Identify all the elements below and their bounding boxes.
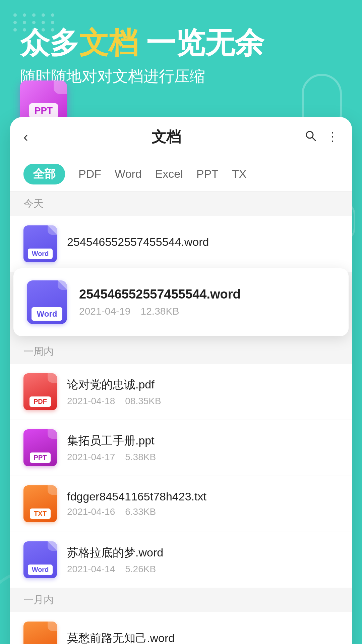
pdf-icon: PDF <box>23 373 57 410</box>
file-meta-week-3: 2021-04-16 6.33KB <box>67 506 339 517</box>
txt-icon: TXT <box>23 485 57 522</box>
file-item-week-2[interactable]: PPT 集拓员工手册.ppt 2021-04-17 5.38KB <box>10 420 352 476</box>
file-meta-week-1: 2021-04-18 08.35KB <box>67 396 339 407</box>
file-name-month-1: 莫愁前路无知己.word <box>67 631 339 644</box>
file-info-week-3: fdgger84541165t78h423.txt 2021-04-16 6.3… <box>67 490 339 517</box>
today-file-list: Word 254546552557455544.word <box>10 216 352 272</box>
tab-ppt[interactable]: PPT <box>196 165 219 183</box>
file-name-week-1: 论对党的忠诚.pdf <box>67 377 339 392</box>
file-name-week-4: 苏格拉底的梦.word <box>67 545 339 560</box>
file-name-week-2: 集拓员工手册.ppt <box>67 433 339 448</box>
file-info-week-4: 苏格拉底的梦.word 2021-04-14 5.26KB <box>67 545 339 575</box>
word-icon-today: Word <box>23 225 57 262</box>
main-card: ‹ 文档 ⋮ 全部 PDF Word Excel PPT TX 今天 <box>10 117 352 644</box>
filter-tabs: 全部 PDF Word Excel PPT TX <box>10 157 352 192</box>
section-month-label: 一月内 <box>10 588 352 612</box>
file-item-month-1[interactable]: TXT 莫愁前路无知己.word <box>10 612 352 644</box>
file-item-highlighted[interactable]: Word 254546552557455544.word 2021-04-19 … <box>13 268 349 336</box>
ppt-icon: PPT <box>23 429 57 466</box>
file-info-week-1: 论对党的忠诚.pdf 2021-04-18 08.35KB <box>67 377 339 407</box>
card-title: 文档 <box>152 127 181 147</box>
file-item-week-1[interactable]: PDF 论对党的忠诚.pdf 2021-04-18 08.35KB <box>10 364 352 420</box>
card-header: ‹ 文档 ⋮ <box>10 117 352 157</box>
file-name-week-3: fdgger84541165t78h423.txt <box>67 490 339 503</box>
file-info-week-2: 集拓员工手册.ppt 2021-04-17 5.38KB <box>67 433 339 463</box>
highlighted-file-meta: 2021-04-19 12.38KB <box>79 306 335 317</box>
file-info-today-1: 254546552557455544.word <box>67 235 339 252</box>
more-icon[interactable]: ⋮ <box>326 130 339 144</box>
file-item-today-1[interactable]: Word 254546552557455544.word <box>10 216 352 272</box>
month-file-list: TXT 莫愁前路无知己.word <box>10 612 352 644</box>
section-week-label: 一周内 <box>10 339 352 364</box>
word-icon-week4: Word <box>23 541 57 578</box>
back-button[interactable]: ‹ <box>23 129 28 145</box>
file-name-today-1: 254546552557455544.word <box>67 235 339 249</box>
svg-line-2 <box>312 137 315 141</box>
tab-all[interactable]: 全部 <box>23 164 65 184</box>
file-item-week-4[interactable]: Word 苏格拉底的梦.word 2021-04-14 5.26KB <box>10 532 352 588</box>
txt-icon-month: TXT <box>23 622 57 644</box>
word-icon-highlighted: Word <box>27 280 67 324</box>
week-file-list: PDF 论对党的忠诚.pdf 2021-04-18 08.35KB PPT <box>10 364 352 588</box>
file-meta-week-2: 2021-04-17 5.38KB <box>67 452 339 463</box>
file-item-week-3[interactable]: TXT fdgger84541165t78h423.txt 2021-04-16… <box>10 476 352 532</box>
highlighted-file-size: 12.38KB <box>140 306 179 317</box>
tab-tx[interactable]: TX <box>232 165 246 183</box>
tab-pdf[interactable]: PDF <box>78 165 101 183</box>
section-week: 一周内 PDF 论对党的忠诚.pdf 2021-04-18 08.35KB <box>10 339 352 644</box>
hero-title: 众多文档 一览无余 <box>20 27 342 59</box>
header-actions: ⋮ <box>304 129 339 145</box>
file-info-highlighted: 254546552557455544.word 2021-04-19 12.38… <box>79 287 335 317</box>
file-meta-week-4: 2021-04-14 5.26KB <box>67 564 339 575</box>
file-info-month-1: 莫愁前路无知己.word <box>67 631 339 644</box>
search-icon[interactable] <box>304 129 316 145</box>
tab-word[interactable]: Word <box>115 165 142 183</box>
highlighted-file-name: 254546552557455544.word <box>79 287 335 302</box>
section-today-label: 今天 <box>10 192 352 216</box>
highlighted-file-date: 2021-04-19 <box>79 306 130 317</box>
tab-excel[interactable]: Excel <box>155 165 183 183</box>
